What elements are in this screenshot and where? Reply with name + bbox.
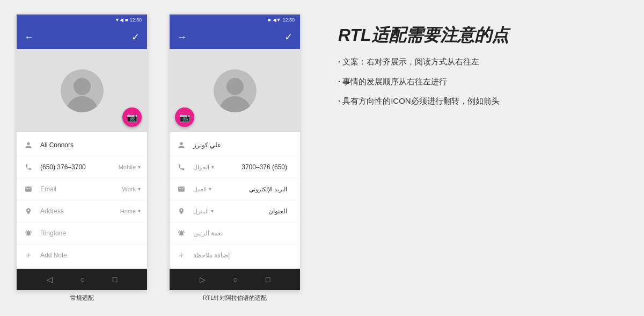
ltr-email-content: Email Work ▼ [40,185,142,193]
ltr-nav-bar: ◁ ○ □ [17,269,147,290]
rtl-camera-fab[interactable]: 📷 [175,107,194,127]
rtl-back-nav[interactable]: □ [266,275,270,284]
back-button[interactable]: ← [24,32,34,43]
rtl-email-dropdown[interactable]: ▼ العمل [193,186,213,193]
ltr-toolbar: ← ✓ [17,25,147,49]
rtl-avatar [214,69,257,112]
ltr-address-content: Address Home ▼ [40,207,142,215]
ltr-avatar [61,69,104,112]
battery-icon: ■ [125,17,128,23]
camera-icon: 📷 [127,112,137,123]
info-point-1: 文案：右对齐展示，阅读方式从右往左 [338,56,612,68]
add-note-icon: + [22,249,35,262]
rtl-add-icon: + [175,249,188,262]
rtl-forward-button[interactable]: → [177,32,187,43]
ltr-addnote-field[interactable]: + Add Note [17,245,147,267]
ltr-home-nav[interactable]: ○ [80,275,85,284]
check-button[interactable]: ✓ [131,31,140,43]
ltr-email-dropdown[interactable]: Work ▼ [122,186,142,192]
ltr-status-bar: ▼◀ ■ 12:30 [17,15,147,25]
ltr-avatar-head [74,78,91,95]
ltr-form-fields: Ali Connors (650) 376–3700 Mobile ▼ [17,132,147,269]
rtl-caption: RTL针对阿拉伯语的适配 [203,294,267,302]
rtl-addnote-content: إضافة ملاحظة [193,252,290,259]
ltr-back-nav[interactable]: ◁ [47,275,53,284]
rtl-email-value: البريد الإلكتروني [249,186,287,193]
ltr-avatar-area: 📷 [17,49,147,132]
rtl-signal-icon: ▼◀ [273,17,281,23]
rtl-name-value: علي كونرز [193,141,221,149]
rtl-phone-icon [175,161,188,174]
rtl-email-icon [175,183,188,196]
email-icon [22,183,35,196]
rtl-addnote-field[interactable]: إضافة ملاحظة + [170,245,300,267]
ltr-avatar-person [61,69,104,112]
time-display: 12:30 [129,17,142,23]
rtl-address-label: المنزل [193,208,209,215]
info-points: 文案：右对齐展示，阅读方式从右往左 事情的发展顺序从右往左进行 具有方向性的IC… [338,56,612,107]
ltr-phone-content: (650) 376–3700 Mobile ▼ [40,163,142,171]
rtl-avatar-area: 📷 [170,49,300,132]
rtl-address-field: ▼ المنزل العنوان [170,200,300,222]
rtl-addnote-value: إضافة ملاحظة [193,252,230,259]
info-title: RTL适配需要注意的点 [338,25,612,45]
ltr-email-value: Email [40,185,56,193]
rtl-address-icon [175,205,188,218]
rtl-address-content: ▼ المنزل العنوان [193,207,290,215]
ltr-email-field: Email Work ▼ [17,178,147,200]
rtl-address-arrow: ▼ [210,209,215,214]
ltr-status-icons: ▼◀ ■ 12:30 [115,17,142,23]
rtl-person-icon [175,139,188,152]
ltr-recent-nav[interactable]: □ [113,275,117,284]
rtl-ringtone-value: نغمة الرنين [193,229,223,237]
rtl-address-value: العنوان [268,207,287,215]
ltr-phone-label: Mobile [119,164,136,170]
rtl-status-bar: 12:30 ▼◀ ■ [170,15,300,25]
rtl-avatar-body [219,96,251,112]
rtl-avatar-person [214,69,257,112]
rtl-recent-nav[interactable]: ▷ [200,275,206,284]
ringtone-icon [22,227,35,240]
ltr-name-content: Ali Connors [40,141,142,149]
rtl-email-field: ▼ العمل البريد الإلكتروني [170,178,300,200]
rtl-ringtone-field: نغمة الرنين [170,222,300,245]
rtl-email-arrow: ▼ [208,186,213,192]
rtl-home-nav[interactable]: ○ [233,275,238,284]
ltr-ringtone-value: Ringtone [40,229,66,237]
rtl-check-button[interactable]: ✓ [284,31,292,43]
signal-icon: ▼◀ [115,17,123,23]
ltr-address-arrow: ▼ [137,209,142,214]
address-icon [22,205,35,218]
rtl-address-dropdown[interactable]: ▼ المنزل [193,208,215,215]
rtl-phone: 12:30 ▼◀ ■ ✓ → 📷 [169,14,301,291]
ltr-camera-fab[interactable]: 📷 [122,107,142,127]
rtl-ringtone-icon [175,227,188,240]
rtl-phone-field: ▼ الجوال (650) 376–3700 [170,156,300,178]
info-point-2: 事情的发展顺序从右往左进行 [338,76,612,88]
rtl-ringtone-content: نغمة الرنين [193,229,290,237]
rtl-phone-dropdown[interactable]: ▼ الجوال [193,164,215,171]
ltr-name-value: Ali Connors [40,141,74,149]
rtl-battery-icon: ■ [268,17,270,23]
rtl-phone-wrapper: 12:30 ▼◀ ■ ✓ → 📷 [169,14,301,302]
info-panel: RTL适配需要注意的点 文案：右对齐展示，阅读方式从右往左 事情的发展顺序从右往… [322,14,628,118]
rtl-email-content: ▼ العمل البريد الإلكتروني [193,186,290,193]
rtl-phone-value: (650) 376–3700 [241,163,287,171]
rtl-name-content: علي كونرز [193,141,290,149]
ltr-address-field: Address Home ▼ [17,200,147,222]
rtl-email-label: العمل [193,186,207,193]
ltr-ringtone-field: Ringtone [17,222,147,245]
ltr-email-arrow: ▼ [137,186,142,192]
ltr-phone-wrapper: ▼◀ ■ 12:30 ← ✓ 📷 [16,14,148,302]
ltr-addnote-content: Add Note [40,252,142,259]
ltr-email-label: Work [122,186,136,192]
rtl-nav-bar: □ ○ ▷ [170,269,300,290]
ltr-phone-field: (650) 376–3700 Mobile ▼ [17,156,147,178]
ltr-address-label: Home [120,208,136,214]
ltr-phone-dropdown[interactable]: Mobile ▼ [119,164,142,170]
ltr-avatar-body [66,96,98,112]
rtl-toolbar: ✓ → [170,25,300,49]
rtl-camera-icon: 📷 [179,112,190,123]
ltr-address-dropdown[interactable]: Home ▼ [120,208,142,214]
ltr-phone-value: (650) 376–3700 [40,163,86,171]
